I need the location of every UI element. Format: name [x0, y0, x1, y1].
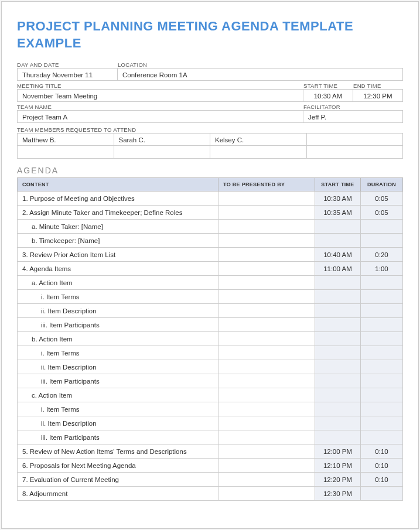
agenda-presenter-cell: [218, 374, 315, 388]
agenda-presenter-cell: [218, 192, 315, 206]
agenda-header-row: CONTENT TO BE PRESENTED BY START TIME DU…: [18, 178, 403, 192]
agenda-content-cell: a. Minute Taker: [Name]: [18, 220, 218, 234]
header-start: START TIME: [315, 178, 361, 192]
member-cell: Matthew B.: [17, 133, 114, 146]
label-meeting-title: MEETING TITLE: [17, 81, 303, 89]
agenda-duration-cell: [361, 332, 403, 346]
value-meeting-title: November Team Meeting: [17, 89, 303, 102]
agenda-row: 8. Adjournment12:30 PM: [18, 487, 403, 501]
agenda-row: iii. Item Participants: [18, 430, 403, 444]
header-content: CONTENT: [18, 178, 218, 192]
page-title: PROJECT PLANNING MEETING AGENDA TEMPLATE…: [17, 18, 403, 52]
agenda-duration-cell: 0:10: [361, 459, 403, 473]
agenda-content-cell: iii. Item Participants: [18, 430, 218, 444]
agenda-duration-cell: [361, 388, 403, 402]
agenda-presenter-cell: [218, 262, 315, 276]
agenda-presenter-cell: [218, 276, 315, 290]
agenda-content-cell: i. Item Terms: [18, 402, 218, 416]
agenda-row: iii. Item Participants: [18, 374, 403, 388]
agenda-content-cell: 2. Assign Minute Taker and Timekeeper; D…: [18, 206, 218, 220]
agenda-content-cell: b. Action Item: [18, 332, 218, 346]
agenda-duration-cell: [361, 374, 403, 388]
agenda-presenter-cell: [218, 459, 315, 473]
agenda-duration-cell: 0:10: [361, 473, 403, 487]
agenda-row: i. Item Terms: [18, 290, 403, 304]
agenda-start-cell: [315, 318, 361, 332]
agenda-duration-cell: [361, 487, 403, 501]
label-end-time: END TIME: [353, 81, 403, 89]
agenda-presenter-cell: [218, 248, 315, 262]
agenda-duration-cell: [361, 416, 403, 430]
agenda-presenter-cell: [218, 388, 315, 402]
agenda-start-cell: [315, 374, 361, 388]
agenda-content-cell: i. Item Terms: [18, 346, 218, 360]
agenda-content-cell: c. Action Item: [18, 388, 218, 402]
agenda-start-cell: [315, 304, 361, 318]
agenda-start-cell: [315, 430, 361, 444]
agenda-duration-cell: 0:05: [361, 192, 403, 206]
member-cell-empty: [114, 146, 211, 159]
value-team-name: Project Team A: [17, 110, 303, 123]
agenda-start-cell: [315, 388, 361, 402]
agenda-content-cell: i. Item Terms: [18, 290, 218, 304]
agenda-presenter-cell: [218, 346, 315, 360]
agenda-table: CONTENT TO BE PRESENTED BY START TIME DU…: [17, 177, 403, 501]
agenda-start-cell: [315, 290, 361, 304]
agenda-row: ii. Item Description: [18, 416, 403, 430]
agenda-duration-cell: [361, 304, 403, 318]
info-row-date-location: DAY AND DATE Thursday November 11 LOCATI…: [17, 60, 403, 81]
agenda-start-cell: 11:00 AM: [315, 262, 361, 276]
agenda-content-cell: iii. Item Participants: [18, 318, 218, 332]
agenda-duration-cell: [361, 318, 403, 332]
agenda-row: b. Action Item: [18, 332, 403, 346]
agenda-start-cell: 12:30 PM: [315, 487, 361, 501]
header-duration: DURATION: [361, 178, 403, 192]
agenda-start-cell: 12:10 PM: [315, 459, 361, 473]
agenda-presenter-cell: [218, 402, 315, 416]
members-row-1: Matthew B. Sarah C. Kelsey C.: [17, 133, 403, 146]
agenda-presenter-cell: [218, 430, 315, 444]
agenda-duration-cell: [361, 290, 403, 304]
label-members: TEAM MEMBERS REQUESTED TO ATTEND: [17, 125, 403, 133]
agenda-presenter-cell: [218, 360, 315, 374]
agenda-start-cell: [315, 234, 361, 248]
agenda-row: 5. Review of New Action Items' Terms and…: [18, 444, 403, 459]
agenda-section-title: AGENDA: [17, 166, 403, 175]
agenda-start-cell: 12:20 PM: [315, 473, 361, 487]
agenda-duration-cell: [361, 234, 403, 248]
agenda-presenter-cell: [218, 318, 315, 332]
agenda-duration-cell: [361, 402, 403, 416]
agenda-presenter-cell: [218, 234, 315, 248]
agenda-row: 3. Review Prior Action Item List10:40 AM…: [18, 248, 403, 262]
agenda-duration-cell: [361, 360, 403, 374]
member-cell: Sarah C.: [114, 133, 211, 146]
agenda-duration-cell: 0:10: [361, 444, 403, 459]
agenda-row: 6. Proposals for Next Meeting Agenda12:1…: [18, 459, 403, 473]
agenda-row: b. Timekeeper: [Name]: [18, 234, 403, 248]
label-facilitator: FACILITATOR: [303, 102, 403, 110]
agenda-row: i. Item Terms: [18, 402, 403, 416]
agenda-start-cell: 10:35 AM: [315, 206, 361, 220]
agenda-presenter-cell: [218, 206, 315, 220]
member-cell-empty: [307, 146, 404, 159]
agenda-duration-cell: [361, 220, 403, 234]
agenda-duration-cell: 1:00: [361, 262, 403, 276]
agenda-content-cell: 3. Review Prior Action Item List: [18, 248, 218, 262]
label-location: LOCATION: [118, 60, 403, 68]
agenda-content-cell: 7. Evaluation of Current Meeting: [18, 473, 218, 487]
agenda-content-cell: 5. Review of New Action Items' Terms and…: [18, 444, 218, 459]
agenda-duration-cell: 0:05: [361, 206, 403, 220]
agenda-row: ii. Item Description: [18, 360, 403, 374]
agenda-content-cell: 1. Purpose of Meeting and Objectives: [18, 192, 218, 206]
agenda-content-cell: 8. Adjournment: [18, 487, 218, 501]
members-row-2: [17, 146, 403, 159]
label-team-name: TEAM NAME: [17, 102, 303, 110]
agenda-presenter-cell: [218, 487, 315, 501]
member-cell-empty: [17, 146, 114, 159]
agenda-content-cell: ii. Item Description: [18, 304, 218, 318]
agenda-row: 1. Purpose of Meeting and Objectives10:3…: [18, 192, 403, 206]
value-facilitator: Jeff P.: [303, 110, 403, 123]
member-cell: Kelsey C.: [210, 133, 307, 146]
agenda-presenter-cell: [218, 416, 315, 430]
agenda-content-cell: iii. Item Participants: [18, 374, 218, 388]
